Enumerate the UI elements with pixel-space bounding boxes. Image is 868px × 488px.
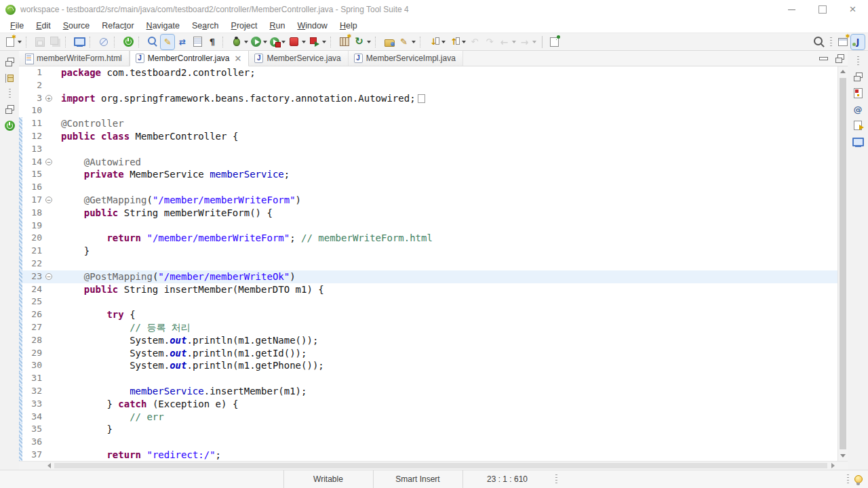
search-button[interactable] (812, 35, 826, 49)
code-line[interactable]: 16 (19, 181, 837, 194)
code-line[interactable]: 18 public String memberWriteForm() { (19, 207, 837, 220)
code-line[interactable]: 34 // err (19, 411, 837, 424)
status-caret-position[interactable]: 23 : 1 : 610 (462, 470, 552, 488)
menu-item-help[interactable]: Help (334, 21, 363, 30)
code-line[interactable]: 14− @Autowired (19, 156, 837, 169)
back-dropdown-icon[interactable] (512, 41, 516, 43)
update-project-dropdown-icon[interactable] (367, 41, 371, 43)
new-java-project-button[interactable] (338, 35, 351, 49)
fold-marker-icon[interactable]: − (45, 159, 52, 165)
coverage-button[interactable] (269, 35, 286, 49)
scroll-right-icon[interactable] (827, 462, 838, 470)
editor-maximize-button[interactable] (831, 51, 848, 66)
code-line[interactable]: 32 memberService.insertMember(m1); (19, 385, 837, 398)
menu-item-project[interactable]: Project (225, 21, 264, 30)
close-tab-icon[interactable]: ✕ (235, 54, 242, 63)
tab-MemberController.java[interactable]: MemberController.java✕ (130, 51, 250, 66)
close-button[interactable]: × (837, 0, 868, 19)
java-perspective-button[interactable] (851, 35, 865, 49)
tab-MemberServiceImpl.java[interactable]: MemberServiceImpl.java (349, 51, 463, 66)
code-line[interactable]: 17− @GetMapping("/member/memberWriteForm… (19, 194, 837, 207)
menu-item-navigate[interactable]: Navigate (140, 21, 186, 30)
console-view-button[interactable] (850, 134, 866, 149)
code-line[interactable]: 22 (19, 258, 837, 270)
minimize-button[interactable] (776, 0, 807, 19)
folded-region-box[interactable] (418, 94, 425, 103)
stop-button[interactable] (288, 35, 307, 49)
editor-minimize-button[interactable] (815, 51, 831, 66)
code-area[interactable]: 1package com.testboard2.controller;23+im… (19, 66, 837, 461)
external-tools-button[interactable] (397, 35, 416, 49)
search-spring-resource-button[interactable] (146, 35, 159, 49)
menu-item-window[interactable]: Window (291, 21, 333, 30)
external-tools-dropdown-icon[interactable] (412, 41, 416, 43)
scroll-up-icon[interactable] (838, 66, 848, 77)
code-line[interactable]: 26 try { (19, 308, 837, 321)
forward-dropdown-icon[interactable] (532, 41, 536, 43)
restore-pane-button[interactable] (850, 69, 866, 84)
code-line[interactable]: 3+import org.springframework.beans.facto… (19, 92, 837, 105)
mark-occurrences-button[interactable] (161, 35, 174, 49)
notification-lightbulb-icon[interactable] (852, 474, 864, 485)
menu-item-run[interactable]: Run (263, 21, 291, 30)
show-source-of-selected-button[interactable] (191, 35, 204, 49)
scroll-left-icon[interactable] (43, 462, 54, 470)
code-line[interactable]: 1package com.testboard2.controller; (19, 66, 837, 79)
code-line[interactable]: 24 public String insertMember(MemberDTO … (19, 283, 837, 296)
boot-dashboard-button[interactable] (121, 35, 135, 49)
code-line[interactable]: 10 (19, 104, 837, 117)
code-line[interactable]: 28 System.out.println(m1.getName()); (19, 334, 837, 347)
boot-dashboard-view-button[interactable] (1, 118, 18, 133)
code-line[interactable]: 13 (19, 143, 837, 156)
package-explorer-view-button[interactable] (1, 70, 18, 85)
scroll-down-icon[interactable] (838, 451, 848, 461)
code-line[interactable]: 19 (19, 220, 837, 232)
code-line[interactable]: 15 private MemberService memberService; (19, 168, 837, 181)
code-line[interactable]: 35 } (19, 423, 837, 436)
relaunch-button[interactable] (308, 35, 327, 49)
vertical-scrollbar[interactable] (837, 66, 848, 461)
link-with-editor-button[interactable] (176, 35, 189, 49)
run-button[interactable] (250, 35, 268, 49)
relaunch-dropdown-icon[interactable] (322, 41, 326, 43)
menu-item-file[interactable]: File (4, 21, 30, 30)
vertical-scroll-thumb[interactable] (840, 78, 846, 449)
import-button[interactable] (427, 35, 446, 49)
menu-item-source[interactable]: Source (57, 21, 96, 30)
fold-marker-icon[interactable]: + (45, 95, 52, 102)
coverage-dropdown-icon[interactable] (281, 41, 285, 43)
menu-item-refactor[interactable]: Refactor (96, 21, 140, 30)
horizontal-scrollbar[interactable] (19, 461, 848, 470)
open-console-button[interactable] (73, 35, 86, 49)
code-line[interactable]: 37 return "redirect:/"; (19, 449, 837, 461)
menu-item-edit[interactable]: Edit (30, 21, 57, 30)
fold-marker-icon[interactable]: − (45, 273, 52, 280)
export-button[interactable] (448, 35, 467, 49)
tab-MemberService.java[interactable]: MemberService.java (249, 51, 348, 66)
restore-project-explorer-button[interactable] (1, 54, 18, 69)
import-dropdown-icon[interactable] (441, 41, 446, 43)
restore-pane-button[interactable] (1, 102, 18, 117)
code-line[interactable]: 27 // 등록 처리 (19, 321, 837, 334)
code-line[interactable]: 21 } (19, 245, 837, 258)
pin-editor-button[interactable] (547, 35, 561, 49)
code-line[interactable]: 31 (19, 372, 837, 385)
code-line[interactable]: 23− @PostMapping("/member/memberWriteOk"… (19, 270, 837, 283)
code-line[interactable]: 25 (19, 296, 837, 308)
new-wizard-button[interactable] (3, 35, 22, 49)
tab-memberWriteForm.html[interactable]: memberWriteForm.html (19, 51, 130, 66)
debug-button[interactable] (230, 35, 249, 49)
javadoc-view-button[interactable] (850, 102, 866, 117)
outline-view-button[interactable] (850, 85, 866, 100)
horizontal-scroll-thumb[interactable] (54, 463, 827, 468)
code-line[interactable]: 12public class MemberController { (19, 130, 837, 143)
export-dropdown-icon[interactable] (462, 41, 466, 43)
skip-all-breakpoints-button[interactable] (97, 35, 111, 49)
code-line[interactable]: 33 } catch (Exception e) { (19, 398, 837, 411)
code-line[interactable]: 11@Controller (19, 117, 837, 130)
menu-item-search[interactable]: Search (186, 21, 225, 30)
code-line[interactable]: 29 System.out.println(m1.getId()); (19, 347, 837, 360)
maximize-button[interactable] (807, 0, 837, 19)
open-task-button[interactable] (382, 35, 396, 49)
declaration-view-button[interactable] (850, 118, 866, 133)
